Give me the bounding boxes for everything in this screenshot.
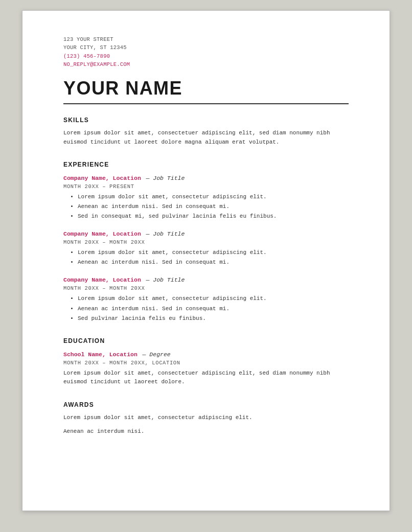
skills-body: Lorem ipsum dolor sit amet, consectetuer… <box>63 129 349 147</box>
bullet-2-1: Lorem ipsum dolor sit amet, consectetur … <box>78 248 349 257</box>
dates-3: MONTH 20XX – MONTH 20XX <box>63 285 349 291</box>
bullets-1: Lorem ipsum dolor sit amet, consectetur … <box>63 193 349 221</box>
edu-entry-1: School Name, Location — Degree MONTH 20X… <box>63 350 349 387</box>
company-1: Company Name, Location <box>63 175 141 181</box>
awards-section: Awards Lorem ipsum dolor sit amet, conse… <box>63 401 349 436</box>
job-entry-1: Company Name, Location — Job Title MONTH… <box>63 173 349 221</box>
bullet-3-2: Aenean ac interdum nisi. Sed in consequa… <box>78 305 349 313</box>
bullets-3: Lorem ipsum dolor sit amet, consectetur … <box>63 294 349 322</box>
name-divider <box>63 103 349 104</box>
awards-para-2: Aenean ac interdum nisi. <box>63 427 349 436</box>
email: NO_REPLY@EXAMPLE.COM <box>63 60 349 68</box>
title-3: Job Title <box>153 276 185 283</box>
awards-title: Awards <box>63 401 349 408</box>
bullet-1-1: Lorem ipsum dolor sit amet, consectetur … <box>78 193 349 201</box>
company-2: Company Name, Location <box>63 230 141 237</box>
education-title: Education <box>63 337 349 344</box>
edu-dash-1: — <box>143 351 150 358</box>
street-address: 123 YOUR STREET <box>63 35 349 43</box>
job-header-2: Company Name, Location — Job Title <box>63 229 349 238</box>
experience-section: Experience Company Name, Location — Job … <box>63 161 349 322</box>
resume-page: 123 YOUR STREET YOUR CITY, ST 12345 (123… <box>22 10 390 511</box>
edu-body-1: Lorem ipsum dolor sit amet, consectetuer… <box>63 369 349 387</box>
skills-title: Skills <box>63 117 349 124</box>
resume-name: YOUR NAME <box>63 78 349 99</box>
dates-2: MONTH 20XX – MONTH 20XX <box>63 239 349 245</box>
education-section: Education School Name, Location — Degree… <box>63 337 349 387</box>
bullet-3-3: Sed pulvinar lacinia felis eu finibus. <box>78 314 349 323</box>
degree-1: Degree <box>149 351 170 358</box>
edu-header-1: School Name, Location — Degree <box>63 350 349 359</box>
bullets-2: Lorem ipsum dolor sit amet, consectetur … <box>63 248 349 267</box>
job-header-3: Company Name, Location — Job Title <box>63 275 349 284</box>
dates-1: MONTH 20XX – PRESENT <box>63 183 349 190</box>
edu-dates-1: MONTH 20XX – MONTH 20XX, LOCATION <box>63 360 349 366</box>
bullet-1-2: Aenean ac interdum nisi. Sed in consequa… <box>78 202 349 211</box>
dash-3: — <box>146 276 153 283</box>
job-entry-3: Company Name, Location — Job Title MONTH… <box>63 275 349 322</box>
title-1: Job Title <box>153 175 185 181</box>
dash-1: — <box>146 175 153 181</box>
dash-2: — <box>146 230 153 237</box>
bullet-2-2: Aenean ac interdum nisi. Sed in consequa… <box>78 258 349 267</box>
company-3: Company Name, Location <box>63 276 141 283</box>
phone: (123) 456-7890 <box>63 52 349 60</box>
job-entry-2: Company Name, Location — Job Title MONTH… <box>63 229 349 267</box>
address-block: 123 YOUR STREET YOUR CITY, ST 12345 (123… <box>63 35 349 68</box>
bullet-3-1: Lorem ipsum dolor sit amet, consectetur … <box>78 294 349 303</box>
city-state: YOUR CITY, ST 12345 <box>63 43 349 52</box>
skills-section: Skills Lorem ipsum dolor sit amet, conse… <box>63 117 349 147</box>
title-2: Job Title <box>153 230 185 237</box>
awards-para-1: Lorem ipsum dolor sit amet, consectetur … <box>63 413 349 423</box>
job-header-1: Company Name, Location — Job Title <box>63 173 349 182</box>
school-name-1: School Name, Location <box>63 351 138 358</box>
bullet-1-3: Sed in consequat mi, sed pulvinar lacini… <box>78 212 349 221</box>
experience-title: Experience <box>63 161 349 168</box>
